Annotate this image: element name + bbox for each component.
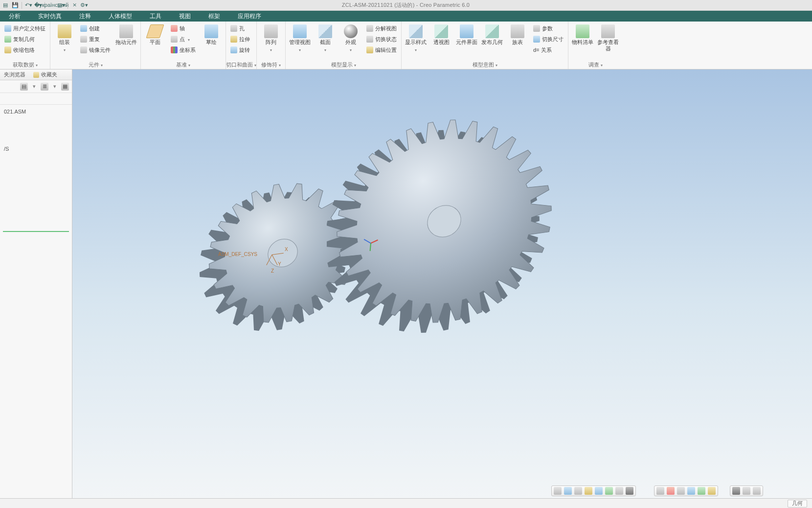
tree-filter-icon[interactable]: ▤ [20, 83, 28, 91]
switch-size-button[interactable]: 切换尺寸 [532, 34, 565, 44]
fb-filter-icon[interactable] [753, 487, 761, 495]
revolve-button[interactable]: 旋转 [229, 45, 251, 55]
section-button[interactable]: 截面 [314, 23, 337, 52]
fb-datum-axis-icon[interactable] [667, 487, 675, 495]
repeat-button[interactable]: 重复 [79, 34, 112, 44]
menubar: 分析 实时仿真 注释 人体模型 工具 视图 框架 应用程序 [0, 11, 812, 22]
selection-filter[interactable]: 几何 [788, 500, 807, 508]
sketch-button[interactable]: 草绘 [200, 23, 223, 46]
parameter-button[interactable]: 参数 [532, 23, 565, 33]
tab-analysis[interactable]: 分析 [0, 11, 29, 22]
fb-annot-icon[interactable] [698, 487, 705, 495]
model-tree[interactable]: 021.ASM /S [0, 105, 72, 498]
user-def-feature-button[interactable]: 用户定义特征 [3, 23, 47, 33]
qa-save-icon[interactable]: 💾 [12, 2, 19, 9]
tree-root[interactable]: 021.ASM [3, 108, 69, 115]
group-cut-surface: 孔 拉伸 旋转 切口和曲面 [226, 22, 257, 69]
title-bar: ▤ 💾 ↶▾ ↷▾ �український ▥▾ ⨯ ⚙▾ ZCL-ASM-2… [0, 0, 812, 11]
appearance-button[interactable]: 外观 [339, 23, 362, 52]
mirror-component-button[interactable]: 镜像元件 [79, 45, 112, 55]
copy-geometry-button[interactable]: 复制几何 [3, 34, 47, 44]
qa-settings-icon[interactable]: ⚙▾ [81, 2, 88, 9]
display-style-button[interactable]: 显示样式 [405, 23, 427, 52]
group-get-data: 用户定义特征 复制几何 收缩包络 获取数据 [0, 22, 50, 69]
ref-viewer-button[interactable]: 参考查看器 [597, 23, 619, 51]
fb-datum-csys-icon[interactable] [687, 487, 695, 495]
fb-find-icon[interactable] [732, 487, 740, 495]
toggle-state-button[interactable]: 切换状态 [365, 34, 398, 44]
3d-viewport[interactable]: ASM_DEF_CSYS X Y Z [72, 69, 812, 498]
tab-folder-browser[interactable]: 夹浏览器 [0, 69, 29, 80]
axis-button[interactable]: 轴 [169, 23, 197, 33]
status-bar: 几何 [0, 498, 812, 508]
tab-annotate[interactable]: 注释 [70, 11, 100, 22]
tree-settings-icon[interactable]: ≣ [41, 83, 48, 91]
gear-large[interactable] [327, 94, 562, 348]
tree-accent [3, 231, 69, 232]
group-modifier: 阵列 修饰符 [257, 22, 286, 69]
create-button[interactable]: 创建 [79, 23, 112, 33]
hole-button[interactable]: 孔 [229, 23, 251, 33]
fb-refit-icon[interactable] [554, 487, 562, 495]
point-button[interactable]: 点 [169, 34, 197, 44]
ribbon: 用户定义特征 复制几何 收缩包络 获取数据 组装 创建 重复 镜像元件 拖动元件… [0, 22, 812, 69]
group-investigate: 物料清单 参考查看器 调查 [568, 22, 622, 69]
fb-render-icon[interactable] [626, 487, 633, 495]
fb-rotate-icon[interactable] [585, 487, 592, 495]
qa-close-icon[interactable]: ⨯ [71, 2, 78, 9]
fb-select-icon[interactable] [743, 487, 750, 495]
tree-show-icon[interactable]: ▦ [61, 83, 69, 91]
group-datum: 平面 轴 点 坐标系 草绘 基准 [141, 22, 226, 69]
fb-saved-icon[interactable] [595, 487, 603, 495]
csys-button[interactable]: 坐标系 [169, 45, 197, 55]
tab-apps[interactable]: 应用程序 [229, 11, 270, 22]
fb-datum-plane-icon[interactable] [656, 487, 664, 495]
workspace: 夹浏览器 收藏夹 ▤ ▾ ≣ ▾ ▦ × 🔍 + 021.ASM /S [0, 69, 812, 498]
explode-view-button[interactable]: 分解视图 [365, 23, 398, 33]
extrude-button[interactable]: 拉伸 [229, 34, 251, 44]
tab-simulate[interactable]: 实时仿真 [29, 11, 70, 22]
tab-tools[interactable]: 工具 [141, 11, 170, 22]
fb-style-icon[interactable] [605, 487, 613, 495]
publish-geometry-button[interactable]: 发布几何 [481, 23, 503, 46]
perspective-view-button[interactable]: 透视图 [430, 23, 452, 46]
group-model-display: 管理视图 截面 外观 分解视图 切换状态 编辑位置 模型显示 [286, 22, 402, 69]
plane-button[interactable]: 平面 [144, 23, 166, 46]
qa-regen-icon[interactable]: �український [48, 2, 55, 9]
family-table-button[interactable]: 族表 [506, 23, 529, 46]
manage-views-button[interactable]: 管理视图 [289, 23, 311, 52]
group-model-intent: 显示样式 透视图 元件界面 发布几何 族表 参数 切换尺寸 d= 关系 模型意图 [402, 22, 568, 69]
model-tree-panel: 夹浏览器 收藏夹 ▤ ▾ ≣ ▾ ▦ × 🔍 + 021.ASM /S [0, 69, 72, 498]
tab-framework[interactable]: 框架 [200, 11, 229, 22]
floatbar-3 [730, 485, 763, 496]
shrinkwrap-button[interactable]: 收缩包络 [3, 45, 47, 55]
tree-search-input[interactable] [2, 96, 69, 102]
fb-zoom-icon[interactable] [564, 487, 572, 495]
group-component: 组装 创建 重复 镜像元件 拖动元件 元件 [50, 22, 141, 69]
drag-component-button[interactable]: 拖动元件 [115, 23, 137, 46]
fb-persp-icon[interactable] [615, 487, 623, 495]
tree-child[interactable]: /S [3, 145, 69, 153]
window-title: ZCL-ASM-20211021 (活动的) - Creo Parametric… [88, 1, 724, 9]
qa-undo-icon[interactable]: ↶▾ [25, 2, 32, 9]
fb-spin-icon[interactable] [708, 487, 716, 495]
bom-button[interactable]: 物料清单 [571, 23, 594, 46]
fb-pan-icon[interactable] [574, 487, 582, 495]
qa-open-icon[interactable]: ▤ [2, 2, 9, 9]
floatbar-1 [551, 485, 636, 496]
tab-view[interactable]: 视图 [170, 11, 200, 22]
edit-position-button[interactable]: 编辑位置 [365, 45, 398, 55]
pattern-button[interactable]: 阵列 [260, 23, 282, 52]
relation-button[interactable]: d= 关系 [532, 45, 565, 55]
tab-favorites[interactable]: 收藏夹 [29, 69, 61, 80]
tab-manikin[interactable]: 人体模型 [100, 11, 141, 22]
component-interface-button[interactable]: 元件界面 [455, 23, 478, 46]
quick-access: ▤ 💾 ↶▾ ↷▾ �український ▥▾ ⨯ ⚙▾ [0, 2, 88, 9]
assemble-button[interactable]: 组装 [53, 23, 76, 52]
floatbar-2 [654, 485, 718, 496]
fb-datum-point-icon[interactable] [677, 487, 685, 495]
qa-windows-icon[interactable]: ▥▾ [58, 2, 65, 9]
